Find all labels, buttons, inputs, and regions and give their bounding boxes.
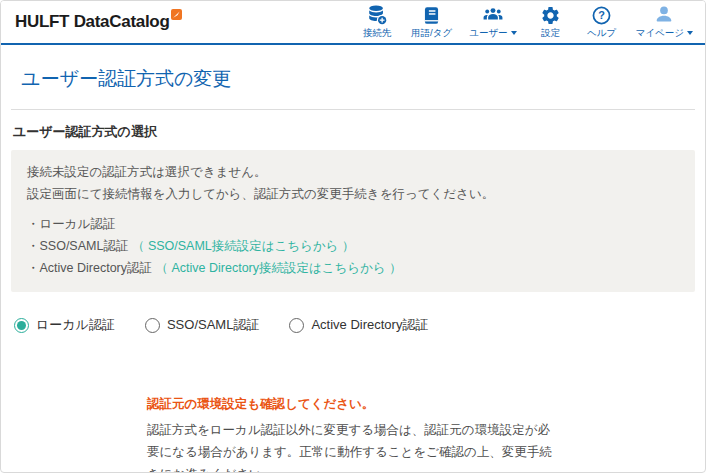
radio-local-auth[interactable]: ローカル認証 <box>14 316 115 334</box>
radio-active-directory[interactable]: Active Directory認証 <box>289 316 428 334</box>
section-heading: ユーザー認証方式の選択 <box>13 123 695 141</box>
radio-button-icon <box>145 318 160 333</box>
nav-label-settings: 設定 <box>541 27 560 40</box>
info-line-2: 設定画面にて接続情報を入力してから、認証方式の変更手続きを行ってください。 <box>27 183 679 205</box>
main-content: ユーザー認証方式の変更 ユーザー認証方式の選択 接続未設定の認証方式は選択できま… <box>1 66 705 473</box>
radio-button-icon <box>14 318 29 333</box>
gear-icon <box>540 5 561 26</box>
book-icon <box>421 5 442 26</box>
info-line-1: 接続未設定の認証方式は選択できません。 <box>27 161 679 183</box>
chevron-down-icon <box>687 31 693 35</box>
list-item-active-directory: ・Active Directory認証 （ Active Directory接続… <box>27 257 679 279</box>
list-item-sso-saml: ・SSO/SAML認証 （ SSO/SAML接続設定はこちらから ） <box>27 235 679 257</box>
person-icon <box>653 5 675 26</box>
help-icon: ? <box>591 5 612 26</box>
auth-method-radio-group: ローカル認証 SSO/SAML認証 Active Directory認証 <box>14 316 695 334</box>
paren-close: ） <box>339 239 355 253</box>
header-nav: 接続先 用語/タグ <box>360 5 693 40</box>
radio-sso-saml[interactable]: SSO/SAML認証 <box>145 316 259 334</box>
nav-item-settings[interactable]: 設定 <box>534 5 568 40</box>
paren-open: （ <box>132 239 148 253</box>
nav-label-users: ユーザー <box>469 27 507 40</box>
header: HULFT DataCatalog <box>1 1 705 45</box>
nav-item-connections[interactable]: 接続先 <box>360 5 394 40</box>
database-icon <box>366 5 388 26</box>
paren-close: ） <box>386 261 402 275</box>
auth-method-list: ・ローカル認証 ・SSO/SAML認証 （ SSO/SAML接続設定はこちらから… <box>27 213 679 280</box>
logo-text: HULFT DataCatalog <box>15 11 170 33</box>
notice-heading: 認証元の環境設定も確認してください。 <box>147 396 559 413</box>
svg-text:?: ? <box>598 9 605 21</box>
nav-label-help: ヘルプ <box>587 27 616 40</box>
nav-label-terms-tags: 用語/タグ <box>411 27 452 40</box>
users-icon <box>481 5 505 26</box>
list-item-local-auth: ・ローカル認証 <box>27 213 679 235</box>
app-window: HULFT DataCatalog <box>0 0 706 473</box>
nav-item-help[interactable]: ? ヘルプ <box>585 5 619 40</box>
logo[interactable]: HULFT DataCatalog <box>15 11 182 33</box>
active-directory-settings-link[interactable]: Active Directory接続設定はこちらから <box>171 261 385 275</box>
title-divider <box>11 109 695 110</box>
nav-label-connections: 接続先 <box>363 27 392 40</box>
page-title: ユーザー認証方式の変更 <box>21 66 695 92</box>
sso-saml-settings-link[interactable]: SSO/SAML接続設定はこちらから <box>148 239 339 253</box>
nav-item-terms-tags[interactable]: 用語/タグ <box>411 5 452 40</box>
nav-label-mypage: マイページ <box>636 27 684 40</box>
info-box: 接続未設定の認証方式は選択できません。 設定画面にて接続情報を入力してから、認証… <box>11 150 695 292</box>
environment-notice: 認証元の環境設定も確認してください。 認証方式をローカル認証以外に変更する場合は… <box>147 396 559 473</box>
nav-item-mypage[interactable]: マイページ <box>636 5 693 40</box>
paren-open: （ <box>156 261 172 275</box>
nav-item-users[interactable]: ユーザー <box>469 5 516 40</box>
compass-badge-icon <box>171 9 182 20</box>
radio-button-icon <box>289 318 304 333</box>
chevron-down-icon <box>511 31 517 35</box>
notice-body: 認証方式をローカル認証以外に変更する場合は、認証元の環境設定が必要になる場合があ… <box>147 420 559 473</box>
